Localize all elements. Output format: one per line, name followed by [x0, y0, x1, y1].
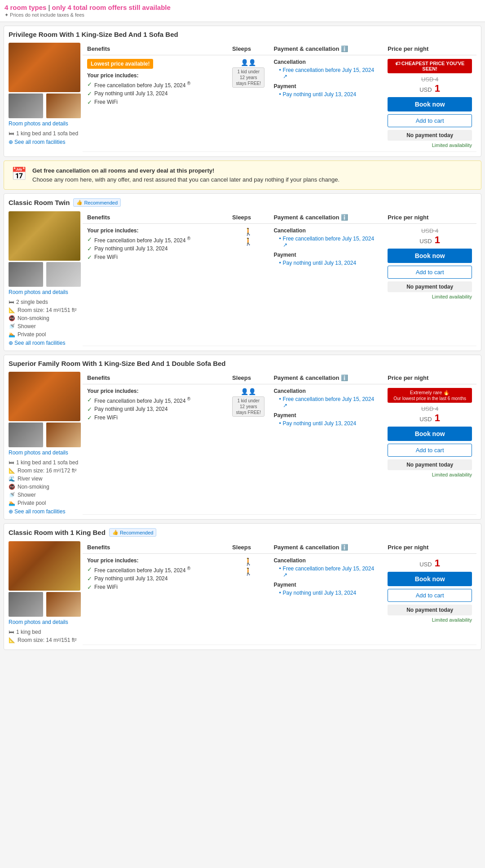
- check-icon-4b: ✓: [87, 575, 92, 582]
- cancellation-item-4[interactable]: Free cancellation before July 15, 2024 ↗: [279, 565, 379, 578]
- room-thumbnails-2: [9, 262, 83, 287]
- room-name-3: Superior Family Room With 1 King-Size Be…: [9, 360, 226, 367]
- plus-icon-1: ⊕: [9, 139, 13, 145]
- book-button-2[interactable]: Book now: [388, 249, 472, 263]
- price-current-3: USD 1: [388, 412, 472, 424]
- price-cell-3: Extremely rare 🔥Our lowest price in the …: [383, 384, 476, 515]
- room-grid-1: Room photos and details 🛏 1 king bed and…: [9, 43, 476, 152]
- free-cancel-text: Get free cancellation on all rooms and e…: [32, 166, 340, 184]
- cart-button-1[interactable]: Add to cart: [388, 114, 472, 127]
- cart-button-4[interactable]: Add to cart: [388, 589, 472, 602]
- room-section-1: Privilege Room With 1 King-Size Bed And …: [4, 26, 481, 157]
- check-icon-3c: ✓: [87, 414, 92, 421]
- benefits-title-2: Your price includes:: [87, 227, 223, 234]
- room-thumb-2a: [9, 262, 43, 287]
- benefits-cell-4: Your price includes: ✓Free cancellation …: [83, 554, 228, 645]
- benefit-text-3c: Free WiFi: [94, 414, 118, 421]
- check-icon-1b: ✓: [87, 90, 92, 97]
- room-thumbnails-4: [9, 592, 83, 617]
- check-icon-3b: ✓: [87, 406, 92, 413]
- benefits-cell-2: Your price includes: ✓Free cancellation …: [83, 224, 228, 346]
- benefits-title-4: Your price includes:: [87, 557, 223, 564]
- payment-section-3: Payment Pay nothing until July 13, 2024: [273, 412, 379, 427]
- room-photos-link-2[interactable]: Room photos and details: [9, 289, 83, 295]
- cheapest-badge-1: 🏷 CHEAPEST PRICE YOU'VE SEEN!: [388, 59, 472, 73]
- lowest-price-banner-1: Lowest price available!: [87, 59, 153, 69]
- room-main-image-3: [9, 372, 80, 421]
- room-photos-link-3[interactable]: Room photos and details: [9, 450, 83, 456]
- room-detail-view-3: 🌊River view: [9, 476, 83, 482]
- book-button-3[interactable]: Book now: [388, 427, 472, 441]
- free-cancel-subtitle: Choose any room here, with any offer, an…: [32, 175, 340, 184]
- bed-icon-1: 🛏: [9, 130, 14, 137]
- cancellation-item-3[interactable]: Free cancellation before July 15, 2024 ↗: [279, 396, 379, 409]
- book-button-1[interactable]: Book now: [388, 97, 472, 111]
- benefit-payment-3: ✓Pay nothing until July 13, 2024: [87, 406, 223, 413]
- room-grid-3: Room photos and details 🛏1 king bed and …: [9, 372, 476, 515]
- payment-item-1: Pay nothing until July 13, 2024: [279, 91, 379, 98]
- recommended-badge-4: 👍 Recommended: [109, 528, 157, 537]
- see-all-label-2: See all room facilities: [14, 340, 65, 346]
- room-detail-bed-4: 🛏1 king bed: [9, 629, 83, 635]
- tax-note: ✦ Prices do not include taxes & fees: [4, 12, 481, 18]
- sleeps-icons-2: 🚶 🚶: [232, 227, 265, 246]
- view-text-3: River view: [18, 476, 42, 482]
- cart-button-3[interactable]: Add to cart: [388, 444, 472, 457]
- no-payment-4: No payment today: [388, 605, 472, 615]
- room-title-3: Superior Family Room With 1 King-Size Be…: [9, 360, 476, 367]
- room-photos-link-1[interactable]: Room photos and details: [9, 120, 83, 127]
- cart-button-2[interactable]: Add to cart: [388, 266, 472, 279]
- benefits-cell-1: Lowest price available! Your price inclu…: [83, 55, 228, 152]
- rare-badge-3: Extremely rare 🔥Our lowest price in the …: [388, 388, 472, 403]
- check-icon-3a: ✓: [87, 396, 92, 403]
- see-all-facilities-3[interactable]: ⊕ See all room facilities: [9, 508, 83, 515]
- sleeps-cell-4: 🚶 🚶: [228, 554, 269, 645]
- payment-title-4: Payment: [273, 582, 379, 588]
- room-detail-beds-2: 🛏2 single beds: [9, 299, 83, 305]
- cancellation-item-2[interactable]: Free cancellation before July 15, 2024 ↗: [279, 236, 379, 248]
- check-icon-1a: ✓: [87, 81, 92, 88]
- payment-item-2: Pay nothing until July 13, 2024: [279, 260, 379, 266]
- limited-1: Limited availability: [388, 142, 472, 148]
- room-photos-link-4[interactable]: Room photos and details: [9, 619, 83, 625]
- see-all-facilities-2[interactable]: ⊕ See all room facilities: [9, 340, 83, 346]
- benefit-text-4c: Free WiFi: [94, 584, 118, 590]
- bed-text-1: 1 king bed and 1 sofa bed: [16, 130, 78, 137]
- limited-2: Limited availability: [388, 294, 472, 299]
- benefits-title-1: Your price includes:: [87, 72, 223, 79]
- col-header-sleeps-3: Sleeps: [228, 372, 269, 384]
- room-main-image-2: [9, 211, 80, 261]
- cancellation-item-1[interactable]: Free cancellation before July 15, 2024 ↗: [279, 67, 379, 80]
- size-icon-4: 📐: [9, 637, 15, 643]
- see-all-facilities-1[interactable]: ⊕ See all room facilities: [9, 139, 83, 145]
- offers-table-4: Benefits Sleeps Payment & cancellation ℹ…: [83, 541, 476, 645]
- room-name-1: Privilege Room With 1 King-Size Bed And …: [9, 31, 178, 38]
- benefit-text-4a: Free cancellation before July 15, 2024 ®: [94, 566, 190, 574]
- cancellation-section-2: Cancellation Free cancellation before Ju…: [273, 227, 379, 248]
- benefit-payment-2: ✓Pay nothing until July 13, 2024: [87, 245, 223, 252]
- col-header-benefits-1: Benefits: [83, 43, 228, 55]
- room-thumb-4a: [9, 592, 43, 617]
- price-current-1: USD 1: [388, 83, 472, 94]
- book-button-4[interactable]: Book now: [388, 572, 472, 586]
- sleeps-cell-3: 👤👤 1 kid under12 yearsstays FREE!: [228, 384, 269, 515]
- col-header-benefits-3: Benefits: [83, 372, 228, 384]
- pool-text-3: Private pool: [18, 500, 46, 506]
- room-images-2: Room photos and details 🛏2 single beds 📐…: [9, 211, 83, 346]
- room-images-3: Room photos and details 🛏1 king bed and …: [9, 372, 83, 515]
- free-badge-1: 1 kid under12 yearsstays FREE!: [232, 67, 265, 88]
- room-detail-size-2: 📐Room size: 14 m²/151 ft²: [9, 307, 83, 313]
- col-header-sleeps-4: Sleeps: [228, 541, 269, 554]
- no-payment-2: No payment today: [388, 281, 472, 292]
- cancellation-cell-3: Cancellation Free cancellation before Ju…: [269, 384, 383, 515]
- price-current-4: USD 1: [388, 557, 472, 569]
- col-header-sleeps-1: Sleeps: [228, 43, 269, 55]
- benefit-wifi-3: ✓Free WiFi: [87, 414, 223, 421]
- room-main-image-4: [9, 541, 80, 591]
- person-icon-2: 🚶: [244, 227, 253, 236]
- benefit-text-4b: Pay nothing until July 13, 2024: [94, 575, 168, 582]
- room-details-4: 🛏1 king bed 📐Room size: 14 m²/151 ft²: [9, 629, 83, 643]
- bed-text-4: 1 king bed: [16, 629, 41, 635]
- col-header-cancellation-3: Payment & cancellation ℹ️: [269, 372, 383, 384]
- room-title-2: Classic Room Twin 👍 Recommended: [9, 198, 476, 207]
